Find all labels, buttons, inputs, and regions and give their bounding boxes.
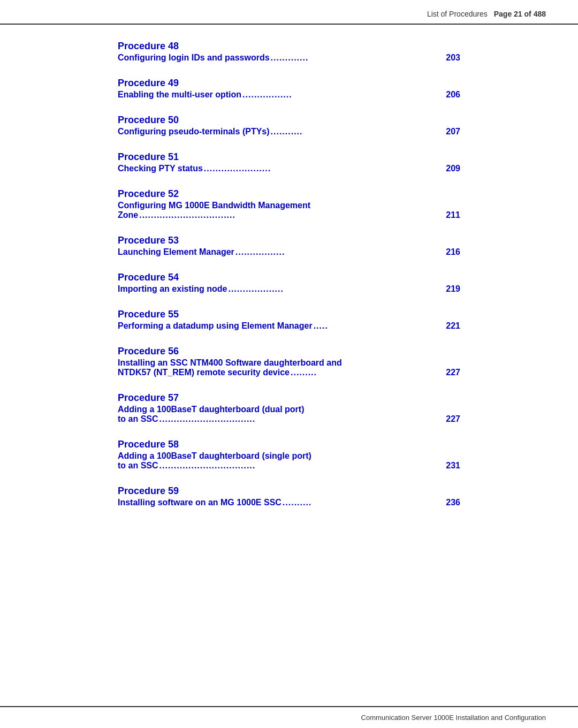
procedure-dots-proc-55: ..... [314, 321, 445, 331]
procedure-entry-proc-54[interactable]: Procedure 54Importing an existing node .… [118, 272, 460, 294]
page-header: List of Procedures Page 21 of 488 [0, 0, 578, 25]
procedure-page-proc-59: 236 [446, 498, 460, 507]
procedure-dots-proc-59: .......... [283, 498, 445, 507]
procedure-entry-proc-55[interactable]: Procedure 55Performing a datadump using … [118, 309, 460, 331]
procedure-last-text-proc-57: to an SSC [118, 414, 158, 424]
procedure-page-proc-49: 206 [446, 90, 460, 100]
procedure-desc-proc-54: Importing an existing node .............… [118, 284, 460, 294]
procedure-page-proc-52: 211 [446, 210, 460, 220]
procedure-desc-text-proc-54: Importing an existing node [118, 284, 227, 294]
procedure-number-proc-59: Procedure 59 [118, 486, 460, 497]
procedure-number-proc-48: Procedure 48 [118, 41, 460, 52]
procedure-entry-proc-57[interactable]: Procedure 57Adding a 100BaseT daughterbo… [118, 392, 460, 424]
footer-text: Communication Server 1000E Installation … [361, 714, 546, 722]
procedure-entry-proc-56[interactable]: Procedure 56Installing an SSC NTM400 Sof… [118, 346, 460, 377]
procedure-number-proc-49: Procedure 49 [118, 78, 460, 89]
section-label: List of Procedures [427, 10, 488, 18]
procedure-dots-proc-50: ........... [271, 127, 445, 136]
procedure-desc-proc-48: Configuring login IDs and passwords ....… [118, 53, 460, 63]
procedure-desc-proc-53: Launching Element Manager ..............… [118, 247, 460, 257]
procedure-desc-text-proc-53: Launching Element Manager [118, 247, 234, 257]
procedure-page-proc-53: 216 [446, 247, 460, 257]
procedure-number-proc-53: Procedure 53 [118, 235, 460, 246]
procedure-number-proc-57: Procedure 57 [118, 392, 460, 404]
procedure-desc-proc-58: Adding a 100BaseT daughterboard (single … [118, 451, 460, 471]
procedure-desc-proc-50: Configuring pseudo-terminals (PTYs) ....… [118, 127, 460, 136]
procedure-number-proc-58: Procedure 58 [118, 439, 460, 450]
procedure-entry-proc-49[interactable]: Procedure 49Enabling the multi-user opti… [118, 78, 460, 100]
page-info: Page 21 of 488 [494, 10, 546, 18]
page-footer: Communication Server 1000E Installation … [0, 706, 578, 728]
procedure-desc-line-0-proc-56: Installing an SSC NTM400 Software daught… [118, 358, 460, 368]
procedure-desc-text-proc-59: Installing software on an MG 1000E SSC [118, 498, 282, 507]
procedure-page-proc-58: 231 [446, 461, 460, 471]
procedure-page-proc-55: 221 [446, 321, 460, 331]
procedure-dots-proc-56: ......... [291, 368, 445, 377]
procedure-last-line-proc-52: Zone .................................21… [118, 210, 460, 220]
procedure-entry-proc-52[interactable]: Procedure 52Configuring MG 1000E Bandwid… [118, 188, 460, 220]
procedure-number-proc-56: Procedure 56 [118, 346, 460, 357]
procedure-dots-proc-58: ................................. [159, 461, 445, 471]
procedure-last-line-proc-58: to an SSC ..............................… [118, 461, 460, 471]
procedure-entry-proc-59[interactable]: Procedure 59Installing software on an MG… [118, 486, 460, 507]
procedure-page-proc-54: 219 [446, 284, 460, 294]
procedure-last-line-proc-57: to an SSC ..............................… [118, 414, 460, 424]
procedure-desc-proc-51: Checking PTY status ....................… [118, 164, 460, 173]
procedure-page-proc-48: 203 [446, 53, 460, 63]
procedure-desc-line-0-proc-58: Adding a 100BaseT daughterboard (single … [118, 451, 460, 461]
procedure-dots-proc-54: ................... [228, 284, 445, 294]
procedure-dots-proc-48: ............. [271, 53, 445, 63]
procedure-entry-proc-58[interactable]: Procedure 58Adding a 100BaseT daughterbo… [118, 439, 460, 471]
procedure-number-proc-50: Procedure 50 [118, 115, 460, 126]
procedure-last-text-proc-56: NTDK57 (NT_REM) remote security device [118, 368, 290, 377]
procedure-desc-line-0-proc-57: Adding a 100BaseT daughterboard (dual po… [118, 405, 460, 414]
procedure-dots-proc-57: ................................. [159, 414, 445, 424]
procedure-number-proc-52: Procedure 52 [118, 188, 460, 200]
procedure-last-text-proc-52: Zone [118, 210, 138, 220]
procedure-last-line-proc-56: NTDK57 (NT_REM) remote security device .… [118, 368, 460, 377]
procedure-number-proc-51: Procedure 51 [118, 151, 460, 163]
procedure-desc-proc-57: Adding a 100BaseT daughterboard (dual po… [118, 405, 460, 424]
procedure-entry-proc-51[interactable]: Procedure 51Checking PTY status ........… [118, 151, 460, 173]
procedure-page-proc-50: 207 [446, 127, 460, 136]
procedure-page-proc-57: 227 [446, 414, 460, 424]
procedure-page-proc-51: 209 [446, 164, 460, 173]
content-area: Procedure 48Configuring login IDs and pa… [0, 25, 578, 706]
procedure-desc-text-proc-51: Checking PTY status [118, 164, 203, 173]
procedure-desc-text-proc-50: Configuring pseudo-terminals (PTYs) [118, 127, 270, 136]
procedure-last-text-proc-58: to an SSC [118, 461, 158, 471]
procedure-number-proc-55: Procedure 55 [118, 309, 460, 320]
procedure-desc-proc-56: Installing an SSC NTM400 Software daught… [118, 358, 460, 377]
procedure-desc-proc-59: Installing software on an MG 1000E SSC .… [118, 498, 460, 507]
procedure-number-proc-54: Procedure 54 [118, 272, 460, 283]
procedure-dots-proc-51: ....................... [204, 164, 445, 173]
procedure-dots-proc-52: ................................. [139, 210, 445, 220]
procedure-desc-line-0-proc-52: Configuring MG 1000E Bandwidth Managemen… [118, 201, 460, 210]
procedure-desc-proc-52: Configuring MG 1000E Bandwidth Managemen… [118, 201, 460, 220]
procedure-desc-proc-49: Enabling the multi-user option .........… [118, 90, 460, 100]
procedure-dots-proc-53: ................. [235, 247, 445, 257]
procedure-dots-proc-49: ................. [242, 90, 445, 100]
procedure-page-proc-56: 227 [446, 368, 460, 377]
procedure-desc-text-proc-48: Configuring login IDs and passwords [118, 53, 270, 63]
page-container: List of Procedures Page 21 of 488 Proced… [0, 0, 578, 728]
procedure-desc-text-proc-49: Enabling the multi-user option [118, 90, 241, 100]
procedure-entry-proc-50[interactable]: Procedure 50Configuring pseudo-terminals… [118, 115, 460, 136]
procedure-entry-proc-53[interactable]: Procedure 53Launching Element Manager ..… [118, 235, 460, 257]
procedure-desc-text-proc-55: Performing a datadump using Element Mana… [118, 321, 313, 331]
procedure-desc-proc-55: Performing a datadump using Element Mana… [118, 321, 460, 331]
procedure-entry-proc-48[interactable]: Procedure 48Configuring login IDs and pa… [118, 41, 460, 63]
